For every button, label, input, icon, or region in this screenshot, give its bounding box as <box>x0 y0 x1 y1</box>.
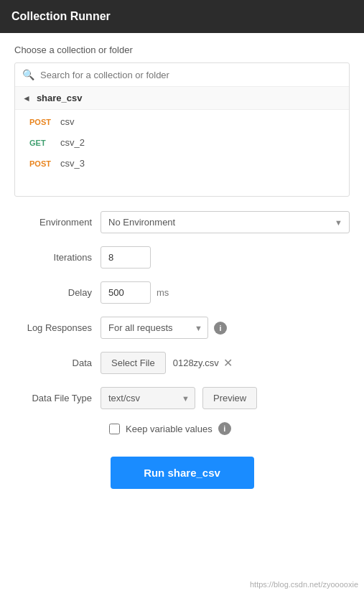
environment-label: Environment <box>14 217 101 228</box>
keep-variable-info-icon[interactable]: i <box>218 422 231 435</box>
collection-item[interactable]: ◄ share_csv <box>15 87 349 110</box>
delay-unit: ms <box>157 287 169 298</box>
request-name-2: csv_2 <box>60 137 85 148</box>
delay-input[interactable] <box>101 281 151 304</box>
log-responses-select[interactable]: For all requests For failed requests Non… <box>101 317 208 339</box>
select-file-button[interactable]: Select File <box>101 352 166 374</box>
search-input[interactable] <box>40 70 342 80</box>
preview-button[interactable]: Preview <box>202 387 257 409</box>
main-content: Choose a collection or folder 🔍 ◄ share_… <box>0 33 364 593</box>
collection-arrow: ◄ <box>22 93 31 103</box>
footer-watermark: https://blog.csdn.net/zyooooxie <box>250 580 358 589</box>
data-row: Data Select File 0128zy.csv ✕ <box>14 352 350 374</box>
iterations-row: Iterations <box>14 246 350 269</box>
run-button-row: Run share_csv <box>14 457 350 489</box>
data-label: Data <box>14 358 101 368</box>
method-badge-post2: POST <box>29 159 55 168</box>
collection-section-label: Choose a collection or folder <box>14 45 350 55</box>
request-name-3: csv_3 <box>60 158 85 169</box>
data-file-type-label: Data File Type <box>14 393 101 403</box>
run-button[interactable]: Run share_csv <box>111 457 254 489</box>
search-icon: 🔍 <box>22 69 34 80</box>
file-name: 0128zy.csv <box>173 358 219 368</box>
keep-variable-row: Keep variable values i <box>14 422 350 435</box>
list-item[interactable]: GET csv_2 <box>15 132 349 153</box>
keep-variable-label: Keep variable values <box>126 424 213 434</box>
keep-variable-checkbox[interactable] <box>109 424 120 434</box>
log-responses-select-wrapper: For all requests For failed requests Non… <box>101 317 208 339</box>
app-header: Collection Runner <box>0 0 364 33</box>
log-responses-label: Log Responses <box>14 322 101 333</box>
data-type-select-wrapper: text/csv application/json ▼ <box>101 387 195 409</box>
method-badge-get: GET <box>29 139 55 147</box>
list-item[interactable]: POST csv_3 <box>15 153 349 174</box>
iterations-input[interactable] <box>101 246 151 269</box>
request-list: POST csv GET csv_2 POST csv_3 <box>15 110 349 196</box>
app-title: Collection Runner <box>11 10 111 22</box>
data-file-type-row: Data File Type text/csv application/json… <box>14 387 350 409</box>
log-responses-row: Log Responses For all requests For faile… <box>14 317 350 339</box>
environment-select-wrapper: No Environment Development Production ▼ <box>101 211 350 233</box>
remove-file-button[interactable]: ✕ <box>223 358 233 369</box>
delay-label: Delay <box>14 287 101 298</box>
list-item[interactable]: POST csv <box>15 111 349 132</box>
search-row: 🔍 <box>15 63 349 87</box>
request-name-1: csv <box>60 116 75 127</box>
delay-row: Delay ms <box>14 281 350 304</box>
data-file-type-select[interactable]: text/csv application/json <box>101 387 195 409</box>
environment-select[interactable]: No Environment Development Production <box>101 211 350 233</box>
collection-name: share_csv <box>37 93 83 103</box>
log-responses-info-icon[interactable]: i <box>214 322 227 335</box>
method-badge-post1: POST <box>29 118 55 126</box>
iterations-label: Iterations <box>14 252 101 263</box>
environment-row: Environment No Environment Development P… <box>14 211 350 233</box>
collection-box: 🔍 ◄ share_csv POST csv GET csv_2 POST cs… <box>14 62 350 197</box>
